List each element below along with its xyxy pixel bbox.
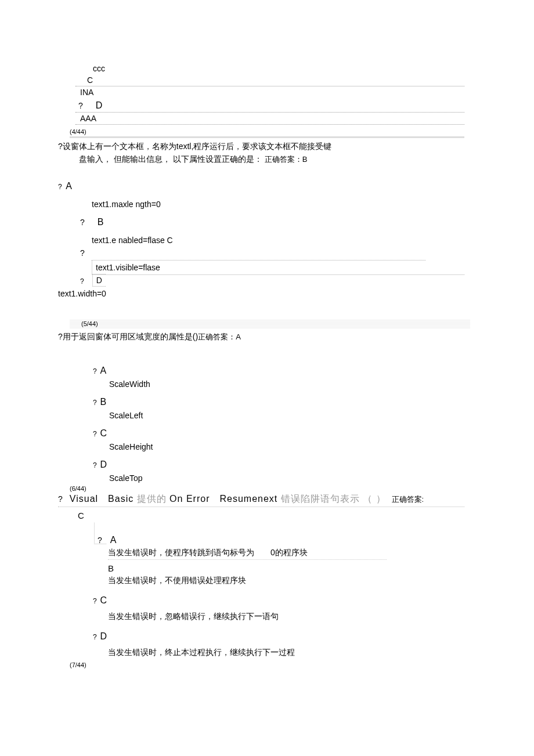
q4-answer: 正确答案：B (265, 155, 308, 164)
q3-c-cell: INA (75, 86, 464, 98)
q6-a-row: ? A (98, 535, 464, 545)
q4-c-text: text1.visible=flase (96, 263, 160, 272)
q6-options: ? A 当发生错误时，使程序转跳到语句标号为 0的程序块 B 当发生错误时，不使… (93, 535, 464, 659)
q4-c-row: ? (80, 248, 464, 258)
q5-b-text: ScaleLeft (109, 411, 464, 420)
q4-d-prefix: ? (80, 277, 84, 285)
counter-4: (4/44) (70, 128, 464, 138)
q6-c-prefix: ? (93, 597, 97, 605)
q6-c-label: C (100, 595, 107, 605)
q6-a-label: A (110, 535, 117, 545)
q3-ccc: ccc (93, 64, 464, 73)
q4-d-label: D (92, 274, 106, 287)
q5-b-prefix: ? (93, 399, 97, 407)
q6-c-below: C (78, 511, 464, 520)
counter-5: (5/44) (81, 320, 98, 327)
q4-line2: 盘输入， 但能输出信息， 以下属性设置正确的是： 正确答案：B (79, 154, 464, 165)
q6-text: Visual Basic 提供的 On Error Resumenext 错误陷… (70, 493, 386, 505)
q3-d-label: D (96, 100, 103, 110)
q5-a-prefix: ? (93, 367, 97, 375)
q4-a-row: ? A (58, 181, 464, 191)
q4-c-box: text1.visible=flase (92, 261, 464, 275)
q4-line2a: 盘输入， 但能输出信息， 以下属性设置正确的是： (79, 154, 265, 164)
q6-d-row: ? D (93, 631, 464, 642)
q4-b-label: B (98, 217, 104, 227)
q5-answer: 正确答案：A (198, 332, 241, 341)
q3-d-prefix: ? (78, 101, 83, 110)
q4-a-text: text1.maxle ngth=0 (92, 200, 464, 209)
q5-d-label: D (100, 460, 107, 469)
q5-c-text: ScaleHeight (109, 442, 464, 451)
q6-b-text: 当发生错误时，不使用错误处理程序块 (108, 576, 464, 587)
q5-d-prefix: ? (93, 461, 97, 469)
q4-a-prefix: ? (58, 183, 62, 191)
q5-b-label: B (100, 397, 107, 407)
q6-c-text: 当发生错误时，忽略错误行，继续执行下一语句 (108, 612, 464, 623)
q6-a-prefix: ? (98, 536, 102, 545)
q6-b-label: B (108, 563, 464, 573)
q6-question: ? Visual Basic 提供的 On Error Resumenext 错… (58, 493, 464, 507)
q4-d-row: ? D (80, 274, 464, 287)
q4-line1: ?设窗体上有一个文本框，名称为textl,程序运行后，要求该文本框不能接受键 (58, 142, 464, 152)
q5-a-row: ? A (93, 366, 464, 376)
q5-c-row: ? C (93, 428, 464, 439)
q6-prefix: ? (58, 494, 63, 504)
q6-a-text: 当发生错误时，使程序转跳到语句标号为 0的程序块 (108, 548, 387, 560)
q6-d-label: D (100, 631, 107, 641)
q6-d-text: 当发生错误时，终止本过程执行，继续执行下一过程 (108, 648, 464, 659)
q5-d-text: ScaleTop (109, 473, 464, 483)
q6-d-prefix: ? (93, 633, 97, 641)
q6-black2: On Error Resumenext (169, 494, 281, 504)
q6-black1: Visual Basic (70, 494, 137, 504)
q6-c-row: ? C (93, 595, 464, 606)
q3-d-row: ? D (75, 100, 464, 111)
document-page: ccc C INA ? D AAA (4/44) ?设窗体上有一个文本框，名称为… (0, 0, 534, 693)
q5-c-prefix: ? (93, 430, 97, 438)
q5-b-row: ? B (93, 397, 464, 407)
q6-gray1: 提供的 (137, 494, 169, 504)
q5-options: ? A ScaleWidth ? B ScaleLeft ? C ScaleHe… (93, 366, 464, 483)
q4-c-prefix: ? (80, 248, 85, 258)
q3-c-label: C (87, 75, 464, 85)
q6-gray2: 错误陷阱语句表示 （ ） (281, 494, 386, 504)
q5-qtext: ?用于返回窗体可用区域宽度的属性是() (58, 332, 198, 341)
q4-d-text: text1.width=0 (58, 289, 464, 298)
q5-a-label: A (100, 366, 107, 375)
q4-options: ? A text1.maxle ngth=0 ? B text1.e nable… (58, 181, 464, 287)
q4-a-label: A (66, 181, 72, 191)
q4-b-prefix: ? (80, 218, 85, 227)
counter-7: (7/44) (70, 661, 464, 670)
q6-answer-tail: 正确答案: (392, 494, 424, 505)
q4-b-text: text1.e nabled=flase C (92, 236, 464, 245)
q5-a-text: ScaleWidth (109, 379, 464, 389)
q5-c-label: C (100, 428, 107, 438)
counter-5-bar: (5/44) (70, 319, 470, 328)
q3-d-cell: AAA (75, 112, 464, 125)
q4-question: ?设窗体上有一个文本框，名称为textl,程序运行后，要求该文本框不能接受键 盘… (58, 142, 464, 165)
q4-b-row: ? B (80, 217, 464, 227)
q5-question: ?用于返回窗体可用区域宽度的属性是()正确答案：A (58, 332, 464, 342)
q3-d-text: AAA (80, 114, 96, 123)
q5-d-row: ? D (93, 460, 464, 470)
counter-6: (6/44) (70, 485, 464, 493)
q3-c-text: INA (80, 88, 93, 97)
